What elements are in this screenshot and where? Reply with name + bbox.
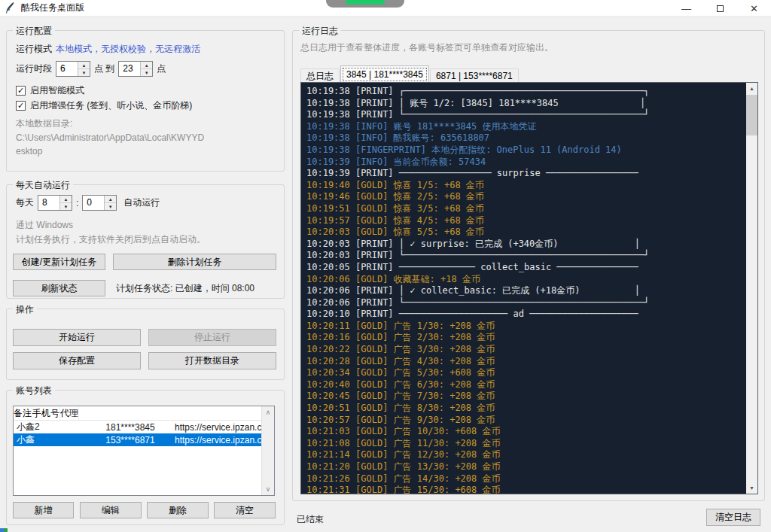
daily-minute-value: 0 xyxy=(83,196,104,210)
log-line: 10:21:31 [GOLD] 广告 15/30: +608 金币 xyxy=(306,485,746,494)
stop-run-button[interactable]: 停止运行 xyxy=(148,329,276,346)
log-line: 10:20:03 [PRINT] └──────────────────────… xyxy=(306,250,746,262)
account-phone-cell: 181****3845 xyxy=(86,422,175,433)
log-tab[interactable]: 总日志 xyxy=(300,68,340,83)
log-tabs: 总日志 3845 | 181****3845 6871 | 153****687… xyxy=(300,65,520,83)
accounts-title: 账号列表 xyxy=(13,385,55,397)
log-tab-label: 总日志 xyxy=(306,70,334,83)
create-task-button[interactable]: 创建/更新计划任务 xyxy=(13,254,105,270)
spin-down-icon[interactable]: ▼ xyxy=(60,203,72,210)
smart-mode-label: 启用智能模式 xyxy=(30,84,84,97)
log-line: 10:20:06 [PRINT] └──────────────────────… xyxy=(306,297,746,309)
maximize-button[interactable] xyxy=(703,0,737,17)
enhanced-task-label: 启用增强任务 (签到、听小说、金币阶梯) xyxy=(30,99,192,112)
log-line: 10:19:40 [GOLD] 惊喜 1/5: +68 金币 xyxy=(306,180,746,192)
clear-log-button[interactable]: 清空日志 xyxy=(706,509,760,526)
spin-down-icon[interactable]: ▼ xyxy=(105,203,116,210)
checkbox-checked-icon: ✓ xyxy=(16,101,26,111)
spin-up-icon[interactable]: ▲ xyxy=(105,196,116,203)
run-log-group: 运行日志 总日志用于查看整体进度，各账号标签页可单独查看对应输出。 总日志 38… xyxy=(292,30,765,501)
screen-share-indicator xyxy=(326,0,404,8)
spin-up-icon[interactable]: ▲ xyxy=(60,196,72,203)
log-line: 10:21:14 [GOLD] 广告 12/30: +208 金币 xyxy=(306,449,746,461)
daily-help-line1: 通过 Windows xyxy=(16,218,206,233)
period-end-spinner[interactable]: 23 ▲ ▼ xyxy=(118,61,153,77)
account-row[interactable]: 小鑫2 181****3845 https://service.ipzan.c xyxy=(14,421,274,433)
log-line: 10:20:03 [PRINT] │ ✓ surprise: 已完成 (+340… xyxy=(306,239,746,251)
log-line: 10:20:10 [PRINT] ──────────────────── ad… xyxy=(306,309,746,321)
spin-up-icon[interactable]: ▲ xyxy=(78,62,90,69)
log-console[interactable]: 10:19:38 [PRINT] ┌──────────────────────… xyxy=(300,82,758,494)
period-start-spinner[interactable]: 6 ▲ ▼ xyxy=(56,61,90,77)
daily-minute-spinner[interactable]: 0 ▲ ▼ xyxy=(82,195,117,211)
account-phone-cell: 153****6871 xyxy=(86,435,175,445)
log-line: 10:21:08 [GOLD] 广告 11/30: +208 金币 xyxy=(306,438,746,450)
account-proxy-cell: https://service.ipzan.c xyxy=(175,422,263,433)
close-button[interactable]: ✕ xyxy=(737,0,771,17)
log-line: 10:20:03 [GOLD] 惊喜 5/5: +68 金币 xyxy=(306,226,746,239)
accounts-column-header[interactable]: 备注 xyxy=(14,406,32,420)
clear-accounts-button[interactable]: 清空 xyxy=(214,502,276,518)
daily-hour-spinner[interactable]: 8 ▲ ▼ xyxy=(38,195,72,211)
log-line: 10:20:57 [GOLD] 广告 9/30: +208 金币 xyxy=(306,415,746,427)
log-line: 10:20:16 [GOLD] 广告 2/30: +208 金币 xyxy=(306,332,746,344)
log-line: 10:19:38 [INFO] 酷我账号: 635618807 xyxy=(306,132,746,144)
log-line: 10:19:57 [GOLD] 惊喜 4/5: +68 金币 xyxy=(306,215,746,227)
spin-down-icon[interactable]: ▼ xyxy=(78,69,90,76)
daily-colon: : xyxy=(76,198,78,208)
open-data-dir-button[interactable]: 打开数据目录 xyxy=(148,352,276,369)
log-line: 10:19:38 [FINGERPRINT] 本地分配指纹: OnePlus 1… xyxy=(306,144,746,157)
accounts-table-body: 小鑫2 181****3845 https://service.ipzan.c … xyxy=(14,421,274,446)
accounts-table: 备注手机号代理 小鑫2 181****3845 https://service.… xyxy=(13,406,275,496)
window-controls: — ✕ xyxy=(669,0,771,17)
save-config-button[interactable]: 保存配置 xyxy=(13,352,141,369)
log-line: 10:20:34 [GOLD] 广告 5/30: +608 金币 xyxy=(306,367,746,379)
run-mode-label: 运行模式 xyxy=(16,43,52,56)
log-scrollbar[interactable]: ▲ ▼ xyxy=(746,83,757,494)
log-scrollbar-thumb[interactable] xyxy=(746,95,757,135)
period-suffix-label: 点 xyxy=(157,62,166,75)
edit-account-button[interactable]: 编辑 xyxy=(80,502,142,518)
log-line: 10:19:38 [PRINT] ┌──────────────────────… xyxy=(306,86,746,98)
delete-account-button[interactable]: 删除 xyxy=(147,502,209,518)
log-tab-label: 6871 | 153****6871 xyxy=(436,71,513,81)
scroll-up-icon[interactable]: ▲ xyxy=(746,83,757,94)
smart-mode-checkbox[interactable]: ✓ 启用智能模式 xyxy=(16,84,84,97)
spin-up-icon[interactable]: ▲ xyxy=(141,62,152,69)
add-account-button[interactable]: 新增 xyxy=(13,502,74,518)
scroll-down-icon[interactable]: ∨ xyxy=(262,483,274,495)
log-tab[interactable]: 3845 | 181****3845 xyxy=(340,65,429,83)
scroll-down-icon[interactable]: ▼ xyxy=(746,482,757,494)
accounts-column-header[interactable]: 手机号 xyxy=(32,406,60,420)
actions-group: 操作 开始运行 停止运行 保存配置 打开数据目录 xyxy=(6,309,285,380)
close-icon: ✕ xyxy=(750,3,758,14)
account-row[interactable]: 小鑫 153****6871 https://service.ipzan.c xyxy=(14,433,274,446)
log-line: 10:20:05 [PRINT] ────────────── collect_… xyxy=(306,262,746,274)
accounts-table-header: 备注手机号代理 xyxy=(14,406,274,421)
period-end-value: 23 xyxy=(119,62,140,76)
delete-task-button[interactable]: 删除计划任务 xyxy=(113,254,276,270)
run-config-group: 运行配置 运行模式 本地模式，无授权校验，无远程激活 运行时段 6 ▲ ▼ 点 … xyxy=(6,30,285,172)
minimize-button[interactable]: — xyxy=(669,0,703,17)
period-mid-label: 点 到 xyxy=(94,62,114,75)
daily-prefix-label: 每天 xyxy=(16,196,34,209)
data-dir-path-line: esktop xyxy=(16,144,278,158)
log-line: 10:20:11 [GOLD] 广告 1/30: +208 金币 xyxy=(306,321,746,333)
log-line: 10:21:03 [GOLD] 广告 10/30: +608 金币 xyxy=(306,426,746,438)
log-line: 10:19:38 [PRINT] │ 账号 1/2: [3845] 181***… xyxy=(306,98,746,110)
actions-title: 操作 xyxy=(13,303,37,316)
log-tab[interactable]: 6871 | 153****6871 xyxy=(430,68,519,83)
refresh-status-button[interactable]: 刷新状态 xyxy=(13,280,105,296)
log-line: 10:20:06 [GOLD] 收藏基础: +18 金币 xyxy=(306,274,746,286)
run-log-description: 总日志用于查看整体进度，各账号标签页可单独查看对应输出。 xyxy=(300,41,553,54)
spin-down-icon[interactable]: ▼ xyxy=(141,69,152,76)
task-status-text: 计划任务状态: 已创建，时间 08:00 xyxy=(116,280,254,296)
log-line: 10:19:38 [PRINT] └──────────────────────… xyxy=(306,109,746,121)
account-proxy-cell: https://service.ipzan.c xyxy=(175,435,263,445)
log-line: 10:19:39 [INFO] 当前金币余额: 57434 xyxy=(306,157,746,169)
start-run-button[interactable]: 开始运行 xyxy=(13,329,141,346)
accounts-table-scrollbar[interactable]: ∧ ∨ xyxy=(261,406,274,495)
accounts-column-header[interactable]: 代理 xyxy=(60,406,79,420)
scroll-up-icon[interactable]: ∧ xyxy=(262,406,274,418)
enhanced-task-checkbox[interactable]: ✓ 启用增强任务 (签到、听小说、金币阶梯) xyxy=(16,99,192,112)
